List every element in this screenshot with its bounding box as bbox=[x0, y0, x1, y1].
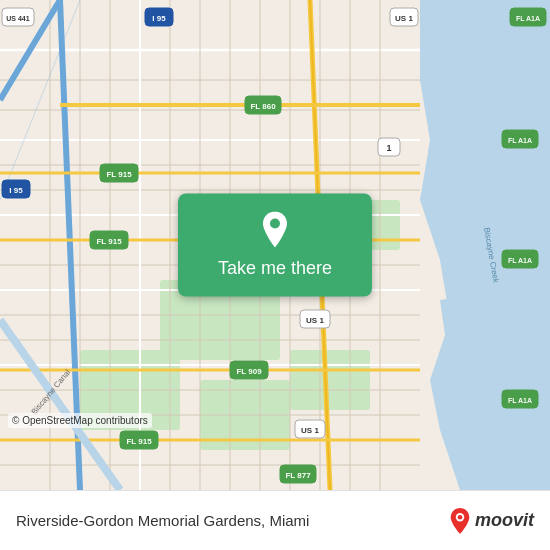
map-container: Biscayne Canal US 1 US 441 I 95 FL 860 F… bbox=[0, 0, 550, 490]
svg-point-75 bbox=[270, 219, 280, 229]
svg-text:FL 909: FL 909 bbox=[236, 367, 262, 376]
svg-text:FL A1A: FL A1A bbox=[508, 137, 532, 144]
location-pin-icon bbox=[259, 212, 291, 250]
svg-text:I 95: I 95 bbox=[9, 186, 23, 195]
svg-text:I 95: I 95 bbox=[152, 14, 166, 23]
svg-text:US 441: US 441 bbox=[6, 15, 29, 22]
moovit-logo-text: moovit bbox=[475, 510, 534, 531]
svg-text:FL A1A: FL A1A bbox=[508, 257, 532, 264]
svg-text:FL A1A: FL A1A bbox=[516, 15, 540, 22]
take-me-there-button[interactable]: Take me there bbox=[178, 194, 372, 297]
svg-text:FL 915: FL 915 bbox=[106, 170, 132, 179]
copyright-text: © OpenStreetMap contributors bbox=[8, 413, 152, 428]
button-label: Take me there bbox=[218, 258, 332, 279]
svg-text:US 1: US 1 bbox=[301, 426, 319, 435]
svg-text:FL 915: FL 915 bbox=[126, 437, 152, 446]
svg-text:US 1: US 1 bbox=[395, 14, 413, 23]
bottom-bar: Riverside-Gordon Memorial Gardens, Miami… bbox=[0, 490, 550, 550]
svg-text:FL 877: FL 877 bbox=[285, 471, 311, 480]
location-info: Riverside-Gordon Memorial Gardens, Miami bbox=[16, 512, 309, 529]
location-name: Riverside-Gordon Memorial Gardens, Miami bbox=[16, 512, 309, 529]
svg-text:FL A1A: FL A1A bbox=[508, 397, 532, 404]
svg-text:1: 1 bbox=[386, 143, 391, 153]
svg-point-77 bbox=[458, 514, 463, 519]
moovit-logo[interactable]: moovit bbox=[449, 508, 534, 534]
svg-text:FL 860: FL 860 bbox=[250, 102, 276, 111]
svg-text:US 1: US 1 bbox=[306, 316, 324, 325]
svg-text:FL 915: FL 915 bbox=[96, 237, 122, 246]
moovit-pin-icon bbox=[449, 508, 471, 534]
button-overlay: Take me there bbox=[178, 194, 372, 297]
svg-rect-2 bbox=[290, 350, 370, 410]
